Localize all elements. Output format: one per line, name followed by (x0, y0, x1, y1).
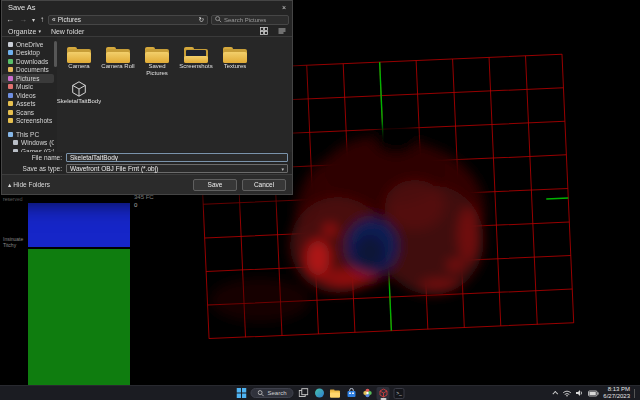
start-button[interactable] (234, 387, 247, 400)
dialog-title: Save As (8, 3, 36, 12)
hide-folders-label: Hide Folders (13, 181, 50, 188)
view-toggle-icon[interactable] (260, 27, 268, 35)
computer-icon (8, 132, 13, 137)
sidebar-item-this-pc[interactable]: This PC (2, 130, 54, 139)
dialog-body: OneDrive Desktop Downloads Documents Pic… (2, 37, 292, 152)
hidden-icons-chevron-icon[interactable] (553, 391, 559, 397)
sidebar-item-label: Windows (C:) (21, 139, 54, 146)
battery-icon[interactable] (588, 390, 599, 397)
terminal-button[interactable]: >_ (393, 387, 406, 400)
preview-panel-blue (28, 203, 130, 247)
sidebar-item-desktop[interactable]: Desktop (2, 49, 54, 58)
details-pane-icon[interactable] (278, 27, 286, 35)
folder-icon (67, 47, 91, 63)
dialog-sidebar: OneDrive Desktop Downloads Documents Pic… (2, 37, 54, 152)
breadcrumb[interactable]: « Pictures ↻ (48, 15, 208, 25)
filename-label: File name: (6, 154, 62, 161)
task-view-button[interactable] (297, 387, 310, 400)
photos-icon (362, 388, 372, 398)
folder-icon (184, 47, 208, 63)
downloads-icon (8, 59, 13, 64)
search-input[interactable]: Search Pictures (211, 15, 289, 25)
3d-cube-icon (70, 80, 88, 98)
history-caret-icon[interactable]: ▾ (31, 15, 36, 25)
taskbar-search[interactable]: Search (250, 388, 293, 398)
search-icon (257, 390, 264, 397)
sidebar-item-assets[interactable]: Assets (2, 100, 54, 109)
sidebar-item-onedrive[interactable]: OneDrive (2, 40, 54, 49)
file-item-3d-object[interactable]: SkeletalTaitBody (60, 77, 98, 105)
chevron-down-icon: ▾ (281, 166, 284, 172)
sidebar-item-music[interactable]: Music (2, 83, 54, 92)
task-view-icon (298, 388, 308, 398)
taskbar-search-label: Search (267, 390, 286, 396)
search-placeholder: Search Pictures (224, 17, 266, 23)
file-item-saved-pictures[interactable]: Saved Pictures (138, 42, 176, 76)
file-item-screenshots[interactable]: Screenshots (177, 42, 215, 76)
savetype-dropdown[interactable]: Wavefront OBJ File Fmt (*.obj) ▾ (66, 164, 288, 173)
organize-label: Organize (8, 28, 36, 35)
close-icon[interactable]: × (276, 1, 292, 13)
sidebar-item-scans[interactable]: Scans (2, 108, 54, 117)
dialog-titlebar[interactable]: Save As × (2, 1, 292, 13)
drive-icon (13, 140, 18, 145)
terminal-icon: >_ (394, 388, 405, 399)
taskbar-center: Search (234, 386, 405, 400)
file-label: Saved Pictures (138, 63, 176, 76)
folder-icon (8, 118, 13, 123)
forward-icon[interactable]: → (18, 15, 28, 25)
taskbar-clock[interactable]: 8:13 PM 6/27/2023 (603, 386, 630, 400)
windows-logo-icon (236, 388, 246, 398)
file-item-camera-roll[interactable]: Camera Roll (99, 42, 137, 76)
show-desktop-button[interactable] (634, 389, 636, 398)
sidebar-item-label: Downloads (16, 58, 48, 65)
secondary-stat: 0 (134, 201, 154, 209)
refresh-icon[interactable]: ↻ (199, 16, 204, 24)
wifi-icon[interactable] (562, 389, 572, 397)
sidebar-item-windows-c[interactable]: Windows (C:) (2, 139, 54, 148)
panel-label-top: reserved (3, 196, 23, 202)
dialog-toolbar: Organize ▾ New folder (2, 26, 292, 37)
breadcrumb-prefix-icon[interactable]: « (52, 16, 56, 23)
back-icon[interactable]: ← (5, 15, 15, 25)
sidebar-item-screenshots[interactable]: Screenshots (2, 117, 54, 126)
organize-button[interactable]: Organize ▾ (8, 28, 41, 35)
hide-folders-button[interactable]: ▴ Hide Folders (8, 181, 50, 189)
volume-icon[interactable] (576, 389, 584, 397)
sidebar-item-downloads[interactable]: Downloads (2, 57, 54, 66)
photos-button[interactable] (361, 387, 374, 400)
store-button[interactable] (345, 387, 358, 400)
file-explorer-button[interactable] (329, 387, 342, 400)
sidebar-item-videos[interactable]: Videos (2, 91, 54, 100)
preview-panel-green (28, 249, 130, 387)
desktop: 345 FC 0 reserved Insinuate Titchy Save … (0, 0, 640, 400)
file-item-camera[interactable]: Camera (60, 42, 98, 76)
file-label: Textures (224, 63, 247, 70)
viewport-stats: 345 FC 0 (134, 193, 154, 209)
navigation-bar: ← → ▾ ↑ « Pictures ↻ Search Pictures (2, 13, 292, 26)
music-icon (8, 84, 13, 89)
file-item-textures[interactable]: Textures (216, 42, 254, 76)
sidebar-item-label: Scans (16, 109, 34, 116)
sidebar-item-label: This PC (16, 131, 39, 138)
sidebar-item-label: Screenshots (16, 117, 52, 124)
folder-icon (8, 110, 13, 115)
breadcrumb-location[interactable]: Pictures (58, 16, 81, 23)
filename-input[interactable] (66, 153, 288, 162)
folder-icon (145, 47, 169, 63)
up-icon[interactable]: ↑ (39, 15, 45, 25)
sidebar-item-pictures[interactable]: Pictures (2, 74, 54, 83)
save-button[interactable]: Save (193, 179, 237, 191)
new-folder-button[interactable]: New folder (51, 28, 84, 35)
sidebar-item-documents[interactable]: Documents (2, 66, 54, 75)
cancel-button[interactable]: Cancel (242, 179, 286, 191)
search-icon (215, 16, 222, 23)
scan-app-button[interactable] (377, 387, 390, 400)
sidebar-item-label: OneDrive (16, 41, 43, 48)
edge-button[interactable] (313, 387, 326, 400)
chevron-down-icon: ▾ (38, 28, 41, 34)
dialog-footer: ▴ Hide Folders Save Cancel (2, 174, 292, 194)
savetype-label: Save as type: (6, 165, 62, 172)
sidebar-scrollbar[interactable] (54, 37, 57, 152)
scrollbar-thumb[interactable] (54, 41, 57, 67)
